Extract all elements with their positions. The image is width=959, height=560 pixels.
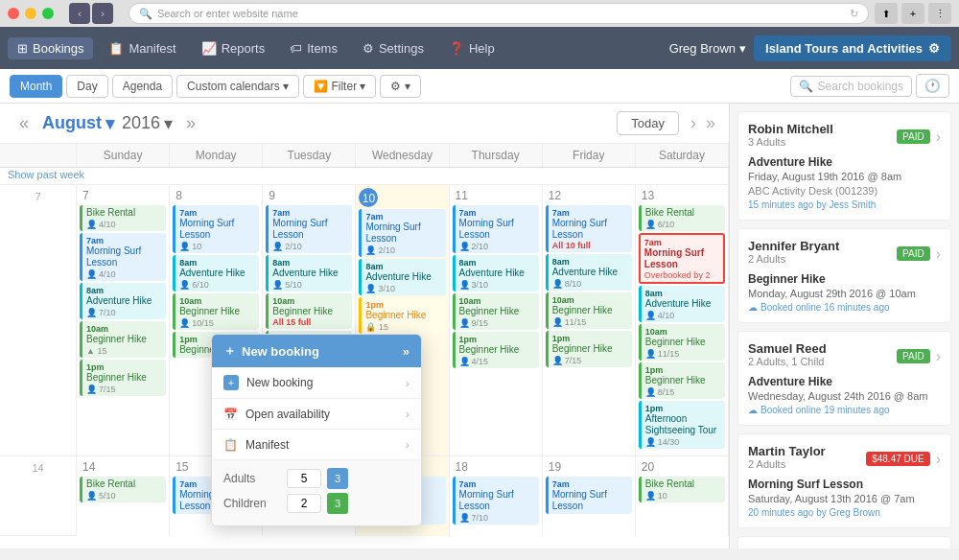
event-bike-rental-7[interactable]: Bike Rental 👤4/10 [80,205,166,231]
more-button[interactable]: ⋮ [928,3,951,24]
open-availability-item[interactable]: 📅 Open availability › [212,399,421,430]
day-num-12[interactable]: 12 [546,188,632,203]
event-hike-11[interactable]: 8am Adventure Hike 👤3/10 [453,255,539,292]
show-past-label[interactable]: Show past week [0,168,92,186]
next-month-button[interactable]: » [180,111,201,135]
day-num-9[interactable]: 9 [266,188,352,203]
saturday-header: Saturday [636,144,729,167]
event-hike-9[interactable]: 8am Adventure Hike 👤5/10 [266,255,352,292]
today-button[interactable]: Today [617,111,679,135]
browser-nav: ‹ › [69,3,113,24]
event-beginner-13a[interactable]: 10am Beginner Hike 👤11/15 [639,324,725,361]
help-nav[interactable]: ❓ Help [437,35,506,61]
card-timestamp-martin: 20 minutes ago by Greg Brown [748,507,941,518]
bookmark-button[interactable]: + [901,3,924,24]
bookings-search[interactable]: 🔍 Search bookings [790,76,912,97]
card-detail-robin: Friday, August 19th 2016 @ 8am [748,171,941,182]
day-13: 13 Bike Rental 👤6/10 7am Morning Surf Le… [636,185,729,457]
people-icon: 👤 [86,308,97,317]
day-num-18[interactable]: 18 [453,459,539,475]
event-beginner-7b[interactable]: 1pm Beginner Hike 👤7/15 [80,360,166,396]
event-surf-7[interactable]: 7am Morning Surf Lesson 👤4/10 [80,233,166,281]
event-beginner-8a[interactable]: 10am Beginner Hike 👤10/15 [173,293,259,330]
settings-icon2[interactable]: ⚙ [928,41,940,56]
event-surf-8[interactable]: 7am Morning Surf Lesson 👤10 [173,205,259,253]
booking-card-theresa: Theresa Cook 1 Adult PAID › Morning Surf [737,536,951,548]
user-menu[interactable]: Greg Brown ▾ [669,41,746,56]
event-surf-19[interactable]: 7am Morning Surf Lesson [546,477,632,514]
filter-dropdown[interactable]: 🔽 Filter ▾ [303,75,376,98]
day-num-20[interactable]: 20 [639,459,725,475]
event-surf-12[interactable]: 7am Morning Surf Lesson All 10 full [546,205,632,252]
reports-nav[interactable]: 📈 Reports [190,35,277,61]
event-beginner-11b[interactable]: 1pm Beginner Hike 👤4/15 [453,332,539,368]
booking-card-martin: Martin Taylor 2 Adults $48.47 DUE › Morn… [737,433,951,528]
share-button[interactable]: ⬆ [875,3,898,24]
event-surf-10[interactable]: 7am Morning Surf Lesson 👤2/10 [359,209,445,257]
more-options-dropdown[interactable]: ⚙ ▾ [380,75,420,98]
fast-forward-button[interactable]: » [706,113,715,133]
card-arrow-robin[interactable]: › [936,128,941,146]
day-num-7[interactable]: 7 [80,188,166,203]
event-beginner-12a[interactable]: 10am Beginner Hike 👤11/15 [546,292,632,329]
event-beginner-9a[interactable]: 10am Beginner Hike All 15 full [266,293,352,329]
month-dropdown-icon: ▾ [105,113,114,134]
children-input[interactable] [287,494,321,513]
event-hike-12[interactable]: 8am Adventure Hike 👤8/10 [546,254,632,291]
event-surf-18[interactable]: 7am Morning Surf Lesson 👤7/10 [453,477,539,525]
card-arrow-martin[interactable]: › [936,451,941,468]
event-hike-10[interactable]: 8am Adventure Hike 👤3/10 [359,259,445,295]
day-num-14[interactable]: 14 [80,459,166,475]
day-num-19[interactable]: 19 [546,459,632,475]
event-beginner-10[interactable]: 1pm Beginner Hike 🔒 15 [359,297,445,334]
clock-button[interactable]: 🕐 [916,74,949,98]
day-num-13[interactable]: 13 [639,188,725,203]
adults-input[interactable] [287,469,321,488]
day-num-10[interactable]: 10 [359,188,378,207]
people-icon: 👤 [86,385,97,394]
event-beginner-11a[interactable]: 10am Beginner Hike 👤9/15 [453,293,539,330]
settings-nav[interactable]: ⚙ Settings [351,35,435,61]
bookings-logo[interactable]: ⊞ Bookings [8,37,93,59]
items-nav[interactable]: 🏷 Items [278,35,349,61]
items-icon: 🏷 [290,41,302,56]
close-btn[interactable] [8,8,19,19]
event-surf-11[interactable]: 7am Morning Surf Lesson 👤2/10 [453,205,539,253]
card-arrow-samuel[interactable]: › [936,348,941,365]
forward-button[interactable]: › [92,3,113,24]
agenda-view-button[interactable]: Agenda [112,75,173,98]
card-header-samuel: Samuel Reed 2 Adults, 1 Child PAID › [748,341,941,371]
manifest-nav[interactable]: 📋 Manifest [97,35,187,61]
people-icon: 👤 [645,437,656,447]
back-button[interactable]: ‹ [69,3,90,24]
event-bike-14[interactable]: Bike Rental 👤5/10 [80,477,166,502]
nav-right: Greg Brown ▾ Island Tours and Activities… [669,35,951,61]
event-beginner-12b[interactable]: 1pm Beginner Hike 👤7/15 [546,331,632,367]
event-hike-13[interactable]: 8am Adventure Hike 👤4/10 [639,286,725,322]
month-view-button[interactable]: Month [10,75,62,98]
event-hike-7[interactable]: 8am Adventure Hike 👤7/10 [80,283,166,319]
event-hike-8[interactable]: 8am Adventure Hike 👤6/10 [173,255,259,292]
maximize-btn[interactable] [42,8,54,19]
minimize-btn[interactable] [25,8,36,19]
event-surf-13[interactable]: 7am Morning Surf Lesson Overbooked by 2 [639,233,725,284]
manifest-item[interactable]: 📋 Manifest › [212,430,421,460]
month-title[interactable]: August ▾ [42,113,114,134]
event-surf-9[interactable]: 7am Morning Surf Lesson 👤2/10 [266,205,352,253]
next-nav-button[interactable]: › [690,113,696,133]
prev-month-button[interactable]: « [13,111,35,135]
reload-icon[interactable]: ↻ [850,8,858,20]
event-beginner-7a[interactable]: 10am Beginner Hike ▲ 15 [80,321,166,358]
year-title[interactable]: 2016 ▾ [122,113,173,134]
new-booking-item[interactable]: + New booking › [212,367,421,399]
day-num-8[interactable]: 8 [173,188,259,203]
address-bar[interactable]: Search or enter website name [157,8,845,19]
day-num-11[interactable]: 11 [453,188,539,203]
event-bike-13[interactable]: Bike Rental 👤6/10 [639,205,725,231]
event-beginner-13b[interactable]: 1pm Beginner Hike 👤8/15 [639,362,725,399]
card-arrow-jennifer[interactable]: › [936,245,941,263]
day-view-button[interactable]: Day [66,75,107,98]
event-bike-20[interactable]: Bike Rental 👤10 [639,477,725,502]
custom-calendars-dropdown[interactable]: Custom calendars ▾ [176,75,299,98]
event-tour-13[interactable]: 1pm Afternoon Sightseeing Tour 👤14/30 [639,401,725,449]
